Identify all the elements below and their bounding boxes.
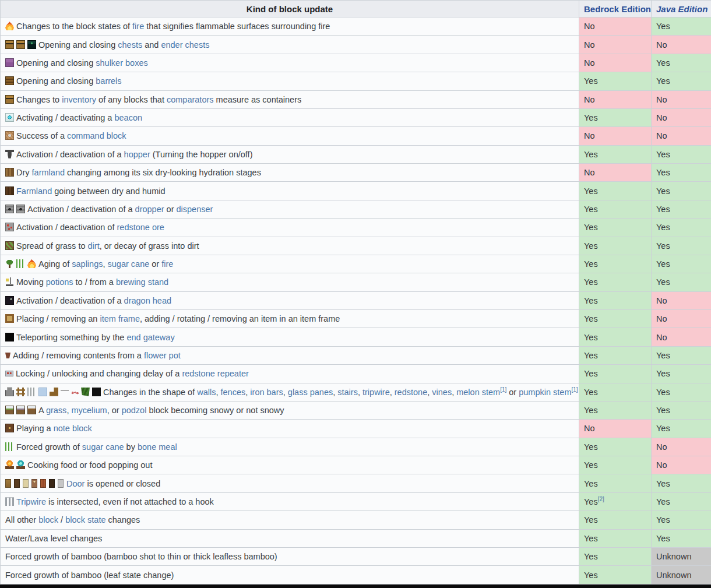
snowy-mycelium-icon[interactable]: [16, 406, 25, 414]
sugar-cane-icon[interactable]: [16, 259, 25, 268]
wiki-link[interactable]: sugar cane: [108, 259, 150, 269]
wiki-link[interactable]: fire: [161, 259, 173, 269]
trapped-chest-icon[interactable]: [16, 40, 25, 49]
jungle-door-icon[interactable]: [31, 479, 37, 488]
shulker-box-icon[interactable]: [5, 58, 14, 67]
chest-icon[interactable]: [5, 95, 14, 104]
snowy-grass-icon[interactable]: [5, 406, 14, 414]
birch-door-icon[interactable]: [23, 479, 29, 488]
wiki-link[interactable]: dragon head: [124, 296, 171, 305]
tripwire-icon[interactable]: [61, 388, 69, 396]
fence-icon[interactable]: [16, 388, 25, 396]
snowy-podzol-icon[interactable]: [27, 406, 36, 414]
note-block-icon[interactable]: [5, 424, 14, 432]
beacon-icon[interactable]: [5, 113, 14, 122]
wiki-link[interactable]: barrels: [96, 76, 121, 86]
wiki-link[interactable]: dirt: [88, 241, 100, 251]
ender-chest-icon[interactable]: [27, 40, 36, 49]
wiki-link[interactable]: end gateway: [126, 333, 174, 342]
wiki-link[interactable]: comparators: [167, 95, 214, 104]
campfire-icon[interactable]: [5, 460, 14, 469]
wiki-link[interactable]: glass panes: [288, 388, 333, 397]
footnote-ref-link[interactable]: [1]: [500, 386, 506, 393]
sugar-cane-icon[interactable]: [5, 442, 14, 451]
wiki-link[interactable]: inventory: [62, 95, 96, 104]
wiki-link[interactable]: farmland: [32, 168, 65, 177]
wiki-link[interactable]: ender chests: [161, 40, 209, 50]
spruce-door-icon[interactable]: [14, 479, 20, 488]
oak-door-icon[interactable]: [5, 479, 11, 488]
redstone-dust-icon[interactable]: [71, 388, 79, 396]
iron-bars-icon[interactable]: [27, 388, 36, 396]
footnote-ref-link[interactable]: [2]: [598, 496, 604, 502]
command-block-icon[interactable]: [5, 131, 14, 140]
dry-farmland-icon[interactable]: [5, 168, 14, 177]
chest-icon[interactable]: [5, 40, 14, 49]
wiki-link[interactable]: block state: [65, 515, 105, 524]
wiki-link[interactable]: note block: [54, 424, 92, 433]
wiki-link[interactable]: podzol: [122, 406, 147, 415]
wiki-link[interactable]: redstone ore: [117, 223, 164, 232]
hopper-icon[interactable]: [5, 150, 14, 159]
footnote-ref-link[interactable]: [1]: [572, 386, 578, 393]
item-frame-icon[interactable]: [5, 314, 14, 323]
wiki-link[interactable]: Door: [66, 479, 85, 488]
wiki-link[interactable]: redstone repeater: [182, 369, 248, 378]
glass-pane-icon[interactable]: [38, 388, 47, 396]
brewing-stand-icon[interactable]: [5, 277, 14, 286]
wiki-link[interactable]: bone meal: [138, 442, 177, 452]
dispenser-icon[interactable]: [16, 205, 25, 213]
wiki-link[interactable]: item frame: [100, 314, 140, 323]
wiki-link[interactable]: Farmland: [16, 186, 52, 196]
flower-pot-icon[interactable]: [5, 353, 10, 358]
dragon-head-icon[interactable]: [5, 296, 14, 305]
fire-icon[interactable]: [27, 259, 36, 268]
wiki-link[interactable]: saplings: [72, 259, 103, 269]
wiki-link[interactable]: block: [38, 515, 58, 524]
wiki-link[interactable]: Tripwire: [16, 497, 46, 506]
wiki-link[interactable]: dropper: [135, 205, 164, 214]
barrel-icon[interactable]: [5, 76, 14, 85]
wiki-link[interactable]: walls: [197, 388, 216, 397]
wiki-link[interactable]: tripwire: [362, 388, 390, 397]
wiki-link[interactable]: pumpkin stem: [519, 388, 571, 397]
wiki-link[interactable]: sugar cane: [82, 442, 124, 452]
wiki-link[interactable]: stairs: [337, 388, 358, 397]
wiki-link[interactable]: melon stem: [456, 388, 500, 397]
wiki-link[interactable]: vines: [432, 388, 452, 397]
grass-block-icon[interactable]: [5, 241, 14, 250]
wiki-link[interactable]: hopper: [124, 150, 150, 159]
wiki-link[interactable]: grass: [46, 406, 66, 415]
wiki-link[interactable]: command block: [67, 131, 126, 140]
soul-campfire-icon[interactable]: [16, 460, 25, 469]
stem-icon[interactable]: [92, 388, 101, 396]
end-gateway-icon[interactable]: [5, 333, 14, 341]
sapling-icon[interactable]: [5, 259, 14, 268]
wiki-link[interactable]: fences: [221, 388, 246, 397]
dark-oak-door-icon[interactable]: [49, 479, 55, 488]
java-edition-link[interactable]: Java Edition: [656, 4, 708, 14]
stairs-icon[interactable]: [50, 388, 58, 396]
wiki-link[interactable]: potions: [46, 277, 73, 287]
repeater-icon[interactable]: [5, 371, 13, 376]
wiki-link[interactable]: shulker boxes: [96, 58, 147, 68]
tripwire-hook-icon[interactable]: [5, 497, 14, 506]
fire-icon[interactable]: [5, 22, 14, 30]
farmland-icon[interactable]: [5, 186, 14, 195]
wiki-link[interactable]: redstone: [395, 388, 427, 397]
wiki-link[interactable]: iron bars: [250, 388, 283, 397]
bedrock-edition-link[interactable]: Bedrock Edition: [584, 4, 651, 14]
redstone-ore-icon[interactable]: [5, 223, 14, 231]
wall-icon[interactable]: [5, 388, 14, 396]
wiki-link[interactable]: brewing stand: [116, 277, 168, 287]
wiki-link[interactable]: chests: [118, 40, 142, 50]
dropper-icon[interactable]: [5, 205, 14, 213]
wiki-link[interactable]: fire: [132, 22, 144, 31]
iron-door-icon[interactable]: [58, 479, 64, 488]
wiki-link[interactable]: beacon: [114, 113, 142, 122]
wiki-link[interactable]: dispenser: [177, 205, 213, 214]
vines-icon[interactable]: [81, 388, 90, 396]
wiki-link[interactable]: flower pot: [144, 351, 181, 360]
acacia-door-icon[interactable]: [40, 479, 46, 488]
wiki-link[interactable]: mycelium: [71, 406, 107, 415]
